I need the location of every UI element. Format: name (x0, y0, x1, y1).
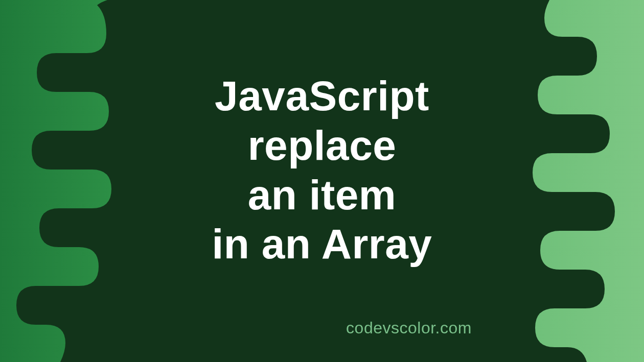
page-title: JavaScript replace an item in an Array (0, 71, 644, 269)
title-line-1: JavaScript (0, 71, 644, 121)
watermark-text: codevscolor.com (0, 319, 644, 337)
title-line-3: an item (0, 171, 644, 220)
title-line-2: replace (0, 121, 644, 171)
title-line-4: in an Array (0, 220, 644, 269)
